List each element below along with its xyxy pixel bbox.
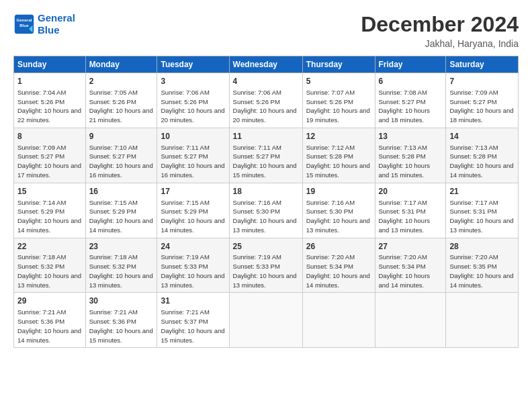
day-number: 19 (306, 186, 371, 197)
day-number: 5 (306, 76, 371, 87)
day-info: Sunrise: 7:21 AM Sunset: 5:36 PM Dayligh… (17, 308, 82, 345)
day-number: 16 (89, 186, 154, 197)
table-row: 21Sunrise: 7:17 AM Sunset: 5:31 PM Dayli… (446, 183, 519, 238)
day-number: 26 (306, 241, 371, 253)
svg-text:Blue: Blue (19, 23, 29, 28)
table-row: 4Sunrise: 7:06 AM Sunset: 5:26 PM Daylig… (229, 73, 302, 128)
table-row: 7Sunrise: 7:09 AM Sunset: 5:27 PM Daylig… (446, 73, 519, 128)
day-info: Sunrise: 7:16 AM Sunset: 5:30 PM Dayligh… (233, 198, 299, 235)
title-block: December 2024 Jakhal, Haryana, India (361, 12, 519, 49)
table-row: 28Sunrise: 7:20 AM Sunset: 5:35 PM Dayli… (446, 238, 519, 293)
col-header-thursday: Thursday (302, 56, 375, 73)
page: General Blue General Blue December 2024 … (0, 0, 532, 411)
day-info: Sunrise: 7:06 AM Sunset: 5:26 PM Dayligh… (233, 88, 299, 125)
day-info: Sunrise: 7:11 AM Sunset: 5:27 PM Dayligh… (161, 143, 225, 180)
table-row: 19Sunrise: 7:16 AM Sunset: 5:30 PM Dayli… (302, 183, 375, 238)
table-row: 29Sunrise: 7:21 AM Sunset: 5:36 PM Dayli… (14, 293, 86, 348)
calendar-table: SundayMondayTuesdayWednesdayThursdayFrid… (13, 56, 519, 348)
day-info: Sunrise: 7:16 AM Sunset: 5:30 PM Dayligh… (306, 198, 371, 235)
day-number: 20 (379, 186, 443, 197)
table-row: 24Sunrise: 7:19 AM Sunset: 5:33 PM Dayli… (157, 238, 229, 293)
table-row: 10Sunrise: 7:11 AM Sunset: 5:27 PM Dayli… (157, 128, 229, 183)
table-row: 1Sunrise: 7:04 AM Sunset: 5:26 PM Daylig… (14, 73, 86, 128)
day-info: Sunrise: 7:20 AM Sunset: 5:35 PM Dayligh… (449, 253, 515, 289)
table-row (446, 293, 519, 348)
day-number: 7 (449, 76, 515, 87)
day-number: 31 (161, 295, 225, 307)
table-row: 31Sunrise: 7:21 AM Sunset: 5:37 PM Dayli… (157, 293, 229, 348)
day-info: Sunrise: 7:21 AM Sunset: 5:37 PM Dayligh… (161, 308, 225, 345)
location: Jakhal, Haryana, India (361, 38, 519, 49)
day-number: 8 (17, 131, 82, 142)
day-info: Sunrise: 7:05 AM Sunset: 5:26 PM Dayligh… (89, 88, 154, 125)
day-info: Sunrise: 7:06 AM Sunset: 5:26 PM Dayligh… (161, 88, 225, 125)
logo-icon: General Blue (13, 13, 35, 35)
day-info: Sunrise: 7:18 AM Sunset: 5:32 PM Dayligh… (89, 253, 154, 289)
day-number: 11 (233, 131, 299, 142)
col-header-friday: Friday (375, 56, 446, 73)
day-info: Sunrise: 7:17 AM Sunset: 5:31 PM Dayligh… (379, 198, 443, 235)
day-number: 13 (379, 131, 443, 142)
day-number: 10 (161, 131, 225, 142)
table-row: 30Sunrise: 7:21 AM Sunset: 5:36 PM Dayli… (85, 293, 157, 348)
day-info: Sunrise: 7:09 AM Sunset: 5:27 PM Dayligh… (449, 88, 515, 125)
day-info: Sunrise: 7:15 AM Sunset: 5:29 PM Dayligh… (89, 198, 154, 235)
table-row (375, 293, 446, 348)
table-row (302, 293, 375, 348)
table-row: 14Sunrise: 7:13 AM Sunset: 5:28 PM Dayli… (446, 128, 519, 183)
table-row: 13Sunrise: 7:13 AM Sunset: 5:28 PM Dayli… (375, 128, 446, 183)
table-row: 18Sunrise: 7:16 AM Sunset: 5:30 PM Dayli… (229, 183, 302, 238)
table-row (229, 293, 302, 348)
day-number: 1 (17, 76, 82, 87)
logo-text: General Blue (38, 12, 75, 36)
day-info: Sunrise: 7:19 AM Sunset: 5:33 PM Dayligh… (233, 253, 299, 289)
table-row: 20Sunrise: 7:17 AM Sunset: 5:31 PM Dayli… (375, 183, 446, 238)
day-info: Sunrise: 7:09 AM Sunset: 5:27 PM Dayligh… (17, 143, 82, 180)
table-row: 26Sunrise: 7:20 AM Sunset: 5:34 PM Dayli… (302, 238, 375, 293)
day-info: Sunrise: 7:11 AM Sunset: 5:27 PM Dayligh… (233, 143, 299, 180)
table-row: 11Sunrise: 7:11 AM Sunset: 5:27 PM Dayli… (229, 128, 302, 183)
col-header-sunday: Sunday (14, 56, 86, 73)
day-info: Sunrise: 7:14 AM Sunset: 5:29 PM Dayligh… (17, 198, 82, 235)
day-info: Sunrise: 7:18 AM Sunset: 5:32 PM Dayligh… (17, 253, 82, 289)
table-row: 6Sunrise: 7:08 AM Sunset: 5:27 PM Daylig… (375, 73, 446, 128)
day-number: 18 (233, 186, 299, 197)
day-number: 2 (89, 76, 154, 87)
table-row: 27Sunrise: 7:20 AM Sunset: 5:34 PM Dayli… (375, 238, 446, 293)
day-info: Sunrise: 7:17 AM Sunset: 5:31 PM Dayligh… (449, 198, 515, 235)
col-header-monday: Monday (85, 56, 157, 73)
day-number: 28 (449, 241, 515, 253)
day-number: 9 (89, 131, 154, 142)
day-number: 15 (17, 186, 82, 197)
col-header-saturday: Saturday (446, 56, 519, 73)
day-number: 17 (161, 186, 225, 197)
table-row: 17Sunrise: 7:15 AM Sunset: 5:29 PM Dayli… (157, 183, 229, 238)
day-info: Sunrise: 7:08 AM Sunset: 5:27 PM Dayligh… (379, 88, 443, 125)
day-number: 6 (379, 76, 443, 87)
table-row: 8Sunrise: 7:09 AM Sunset: 5:27 PM Daylig… (14, 128, 86, 183)
day-number: 29 (17, 295, 82, 307)
day-number: 30 (89, 295, 154, 307)
day-number: 21 (449, 186, 515, 197)
day-info: Sunrise: 7:12 AM Sunset: 5:28 PM Dayligh… (306, 143, 371, 180)
day-number: 4 (233, 76, 299, 87)
day-number: 24 (161, 241, 225, 253)
day-number: 22 (17, 241, 82, 253)
day-info: Sunrise: 7:19 AM Sunset: 5:33 PM Dayligh… (161, 253, 225, 289)
col-header-tuesday: Tuesday (157, 56, 229, 73)
day-number: 3 (161, 76, 225, 87)
table-row: 16Sunrise: 7:15 AM Sunset: 5:29 PM Dayli… (85, 183, 157, 238)
logo: General Blue General Blue (13, 12, 75, 36)
table-row: 12Sunrise: 7:12 AM Sunset: 5:28 PM Dayli… (302, 128, 375, 183)
day-info: Sunrise: 7:13 AM Sunset: 5:28 PM Dayligh… (379, 143, 443, 180)
table-row: 22Sunrise: 7:18 AM Sunset: 5:32 PM Dayli… (14, 238, 86, 293)
svg-text:General: General (16, 17, 32, 22)
month-title: December 2024 (361, 12, 519, 37)
table-row: 23Sunrise: 7:18 AM Sunset: 5:32 PM Dayli… (85, 238, 157, 293)
table-row: 15Sunrise: 7:14 AM Sunset: 5:29 PM Dayli… (14, 183, 86, 238)
day-info: Sunrise: 7:20 AM Sunset: 5:34 PM Dayligh… (379, 253, 443, 289)
col-header-wednesday: Wednesday (229, 56, 302, 73)
day-number: 23 (89, 241, 154, 253)
table-row: 9Sunrise: 7:10 AM Sunset: 5:27 PM Daylig… (85, 128, 157, 183)
table-row: 2Sunrise: 7:05 AM Sunset: 5:26 PM Daylig… (85, 73, 157, 128)
